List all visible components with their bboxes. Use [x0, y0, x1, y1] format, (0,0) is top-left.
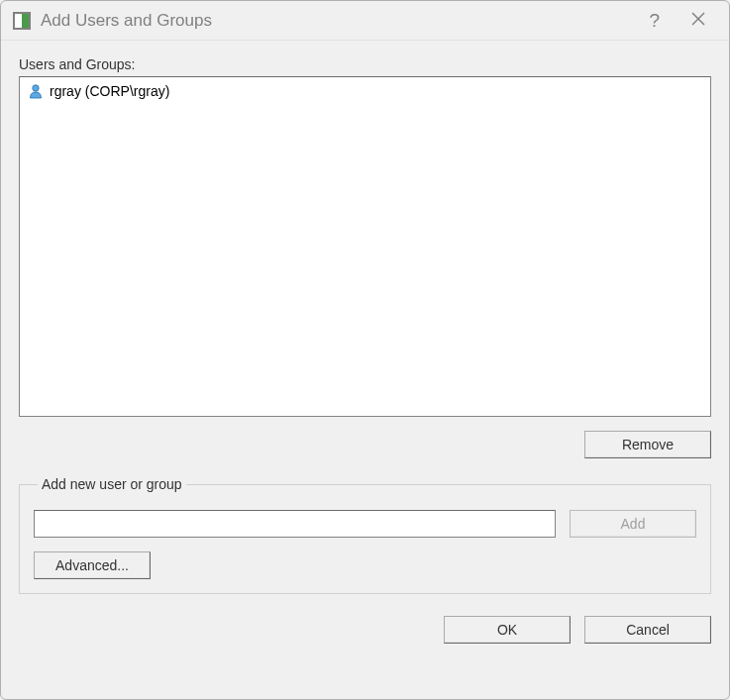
- help-icon[interactable]: ?: [629, 10, 679, 32]
- users-groups-label: Users and Groups:: [19, 56, 711, 72]
- dialog-content: Users and Groups: rgray (CORP\rgray) Rem…: [1, 41, 729, 699]
- dialog-window: Add Users and Groups ? Users and Groups:…: [0, 0, 730, 700]
- window-title: Add Users and Groups: [41, 11, 629, 31]
- add-button[interactable]: Add: [570, 510, 696, 538]
- svg-point-2: [33, 85, 39, 91]
- close-icon[interactable]: [679, 11, 717, 31]
- advanced-button[interactable]: Advanced...: [34, 551, 151, 579]
- cancel-button[interactable]: Cancel: [584, 616, 711, 644]
- list-item[interactable]: rgray (CORP\rgray): [24, 81, 706, 101]
- add-new-groupbox: Add new user or group Add Advanced...: [19, 476, 711, 594]
- new-user-input[interactable]: [34, 510, 556, 538]
- users-groups-listbox[interactable]: rgray (CORP\rgray): [19, 76, 711, 417]
- remove-button[interactable]: Remove: [584, 431, 711, 458]
- titlebar: Add Users and Groups ?: [1, 1, 729, 41]
- app-icon: [13, 12, 31, 30]
- user-icon: [28, 83, 44, 99]
- ok-button[interactable]: OK: [444, 616, 571, 644]
- list-item-label: rgray (CORP\rgray): [50, 83, 169, 99]
- groupbox-legend: Add new user or group: [38, 476, 186, 492]
